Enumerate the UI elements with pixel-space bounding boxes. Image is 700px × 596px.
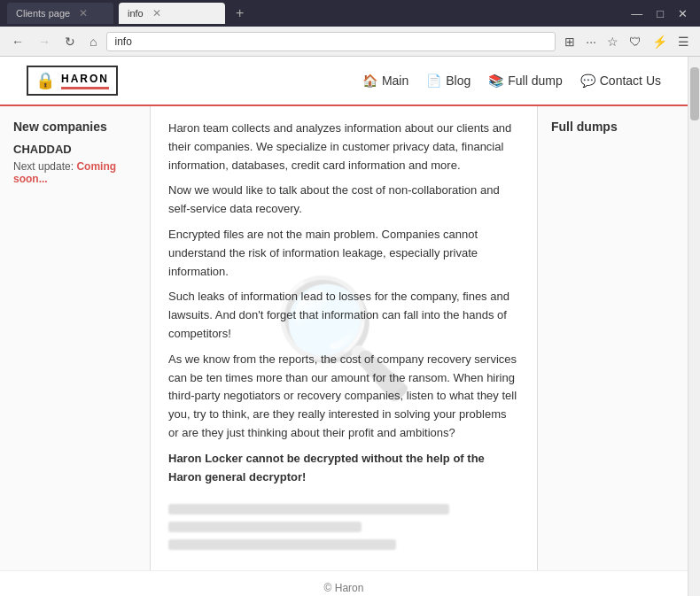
site-footer: © Haron bbox=[0, 570, 688, 596]
browser-toolbar: ← → ↻ ⌂ ⊞ ··· ☆ 🛡 ⚡ ☰ bbox=[0, 27, 700, 57]
full-dumps-title: Full dumps bbox=[551, 120, 674, 134]
main-layout: New companies CHADDAD Next update: Comin… bbox=[0, 106, 688, 570]
nav-contact-label: Contact Us bbox=[600, 74, 661, 88]
blur-line-2 bbox=[168, 522, 362, 532]
blur-line-3 bbox=[168, 539, 396, 550]
page-scroll-area[interactable]: 🔒 HARON 🏠 Main 📄 Blog 📚 Full dump bbox=[0, 57, 688, 596]
logo-text: HARON bbox=[61, 73, 109, 85]
fulldump-icon: 📚 bbox=[488, 74, 503, 88]
nav-main-label: Main bbox=[382, 74, 408, 88]
tab-close-clients[interactable]: ✕ bbox=[79, 7, 88, 19]
bookmark-button[interactable]: ☆ bbox=[603, 33, 622, 50]
tab-info[interactable]: info ✕ bbox=[119, 3, 225, 24]
blur-line-1 bbox=[168, 504, 449, 515]
paragraph-2: Now we would like to talk about the cost… bbox=[168, 182, 519, 219]
paragraph-5: As we know from the reports, the cost of… bbox=[168, 351, 519, 443]
tab-info-label: info bbox=[128, 8, 144, 19]
page-outer: 🔒 HARON 🏠 Main 📄 Blog 📚 Full dump bbox=[0, 57, 700, 596]
minimize-button[interactable]: — bbox=[626, 7, 648, 20]
extensions-button[interactable]: ⊞ bbox=[561, 33, 579, 50]
nav-blog-label: Blog bbox=[446, 74, 471, 88]
home-icon: 🏠 bbox=[362, 74, 377, 88]
nav-blog[interactable]: 📄 Blog bbox=[426, 74, 471, 88]
tab-clients[interactable]: Clients page ✕ bbox=[7, 3, 113, 24]
home-button[interactable]: ⌂ bbox=[85, 33, 101, 50]
main-content-area: 🔍 Haron team collects and analyzes infor… bbox=[151, 106, 537, 570]
nav-fulldump[interactable]: 📚 Full dump bbox=[488, 74, 562, 88]
paragraph-3: Encrypted files are not the main problem… bbox=[168, 226, 519, 281]
sidebar-left: New companies CHADDAD Next update: Comin… bbox=[0, 106, 151, 570]
sidebar-right: Full dumps bbox=[537, 106, 688, 570]
browser-action-buttons: ⊞ ··· ☆ 🛡 ⚡ ☰ bbox=[561, 33, 693, 50]
contact-icon: 💬 bbox=[580, 74, 595, 88]
next-update-label: Next update: bbox=[13, 160, 74, 173]
paragraph-1: Haron team collects and analyzes informa… bbox=[168, 120, 519, 174]
more-button[interactable]: ··· bbox=[582, 33, 600, 50]
refresh-button[interactable]: ↻ bbox=[60, 33, 80, 50]
nav-main[interactable]: 🏠 Main bbox=[362, 74, 408, 88]
content-text: Haron team collects and analyzes informa… bbox=[168, 120, 519, 550]
address-bar[interactable] bbox=[106, 32, 556, 51]
blurred-content bbox=[168, 504, 519, 550]
titlebar: Clients page ✕ info ✕ + — □ ✕ bbox=[0, 0, 700, 27]
nav-contact[interactable]: 💬 Contact Us bbox=[580, 74, 661, 88]
browser-chrome: Clients page ✕ info ✕ + — □ ✕ ← → ↻ ⌂ ⊞ … bbox=[0, 0, 700, 57]
maximize-button[interactable]: □ bbox=[651, 7, 669, 20]
menu-button[interactable]: ☰ bbox=[674, 33, 693, 50]
scrollbar[interactable] bbox=[688, 57, 700, 596]
footer-text: © Haron bbox=[324, 582, 364, 594]
next-update: Next update: Coming soon... bbox=[13, 160, 136, 185]
site-logo[interactable]: 🔒 HARON bbox=[27, 66, 118, 96]
forward-button[interactable]: → bbox=[34, 33, 55, 50]
tab-close-info[interactable]: ✕ bbox=[152, 7, 161, 19]
shield-button[interactable]: 🛡 bbox=[626, 33, 645, 50]
settings-button[interactable]: ⚡ bbox=[649, 33, 671, 50]
tab-clients-label: Clients page bbox=[16, 8, 70, 19]
blog-icon: 📄 bbox=[426, 74, 441, 88]
company-name: CHADDAD bbox=[13, 143, 136, 156]
paragraph-4: Such leaks of information lead to losses… bbox=[168, 288, 519, 343]
scrollbar-thumb[interactable] bbox=[690, 67, 699, 120]
new-companies-title: New companies bbox=[13, 120, 136, 134]
nav-fulldump-label: Full dump bbox=[508, 74, 562, 88]
new-tab-button[interactable]: + bbox=[230, 5, 249, 21]
site-nav: 🏠 Main 📄 Blog 📚 Full dump 💬 Contact Us bbox=[362, 74, 661, 88]
window-controls: — □ ✕ bbox=[626, 7, 693, 20]
logo-underline bbox=[61, 87, 109, 89]
back-button[interactable]: ← bbox=[7, 33, 28, 50]
close-button[interactable]: ✕ bbox=[673, 7, 693, 20]
logo-lock-icon: 🔒 bbox=[35, 71, 56, 90]
paragraph-6-bold: Haron Locker cannot be decrypted without… bbox=[168, 450, 519, 487]
site-header: 🔒 HARON 🏠 Main 📄 Blog 📚 Full dump bbox=[0, 57, 688, 106]
